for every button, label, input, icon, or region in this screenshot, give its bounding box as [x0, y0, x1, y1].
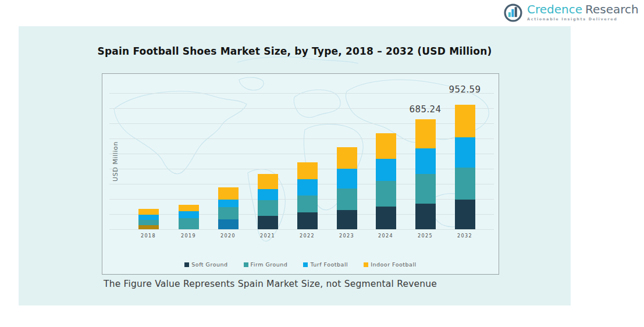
legend-label: Indoor Football [371, 261, 417, 268]
bar-2024-segment-soft-ground [376, 207, 396, 229]
bar-2032-segment-indoor-football [455, 105, 475, 137]
bar-2023-segment-indoor-football [337, 147, 357, 169]
legend: Soft GroundFirm GroundTurf FootballIndoo… [102, 261, 499, 268]
x-axis-label-2025: 2025 [408, 233, 443, 239]
legend-item-soft-ground: Soft Ground [184, 261, 227, 268]
legend-swatch-icon [364, 262, 368, 267]
bar-2018-segment-firm-ground [138, 220, 159, 225]
legend-item-turf-football: Turf Football [303, 261, 348, 268]
data-label-2025: 685.24 [399, 104, 451, 115]
x-axis-label-2024: 2024 [368, 233, 403, 239]
bar-2020-segment-indoor-football [218, 187, 239, 200]
chart-card: Spain Football Shoes Market Size, by Typ… [19, 26, 571, 305]
gridline [109, 93, 494, 94]
bar-2022-segment-indoor-football [297, 162, 318, 179]
bar-2032-segment-soft-ground [455, 200, 475, 229]
page: Credence Research Actionable Insights De… [0, 0, 644, 327]
gridline [109, 154, 494, 154]
bar-2022 [297, 162, 318, 229]
brand-name-primary: Credence [527, 2, 582, 16]
gridline [109, 138, 494, 139]
bar-2018 [138, 209, 159, 229]
gridline [109, 123, 494, 124]
bar-2024-segment-turf-football [376, 159, 396, 181]
x-axis-label-2018: 2018 [131, 233, 166, 239]
legend-label: Soft Ground [191, 261, 227, 268]
bar-2021-segment-indoor-football [258, 174, 278, 189]
x-axis-label-2032: 2032 [447, 233, 482, 239]
brand-text: Credence Research Actionable Insights De… [527, 2, 639, 22]
data-label-2032: 952.59 [439, 84, 491, 95]
bar-2024 [376, 133, 396, 229]
bar-2018-segment-indoor-football [138, 209, 159, 215]
bar-2025-segment-soft-ground [415, 204, 436, 229]
bar-2025 [415, 119, 436, 229]
x-axis-label-2022: 2022 [290, 233, 325, 239]
chart-footnote: The Figure Value Represents Spain Market… [104, 279, 437, 289]
bar-2021-segment-turf-football [258, 189, 278, 200]
x-axis-label-2019: 2019 [171, 233, 206, 239]
bar-2024-segment-indoor-football [376, 133, 396, 159]
bar-2022-segment-firm-ground [297, 196, 318, 212]
bar-2018-segment-soft-ground [138, 225, 159, 229]
bar-2022-segment-turf-football [297, 179, 318, 196]
plot-area: USD Million Soft GroundFirm GroundTurf F… [102, 73, 499, 275]
bar-2019-segment-turf-football [179, 211, 199, 218]
bar-2025-segment-firm-ground [415, 174, 436, 204]
bar-2032 [455, 105, 475, 229]
x-axis-label-2023: 2023 [329, 233, 364, 239]
bar-2020-segment-firm-ground [218, 207, 239, 219]
gridline [109, 229, 494, 230]
bar-2024-segment-firm-ground [376, 181, 396, 207]
bar-2032-segment-firm-ground [455, 168, 475, 200]
legend-label: Firm Ground [251, 261, 288, 268]
x-axis-label-2021: 2021 [250, 233, 285, 239]
bar-2020 [218, 187, 239, 229]
bar-2023-segment-soft-ground [337, 210, 357, 229]
bar-2032-segment-turf-football [455, 137, 475, 168]
bar-2025-segment-indoor-football [415, 119, 436, 148]
x-axis-label-2020: 2020 [211, 233, 245, 239]
bar-2023-segment-turf-football [337, 169, 357, 189]
bar-2019-segment-indoor-football [179, 205, 199, 211]
legend-swatch-icon [184, 262, 189, 267]
bar-2018-segment-turf-football [138, 215, 159, 220]
bar-2020-segment-turf-football [218, 200, 239, 207]
bar-2020-segment-soft-ground [218, 219, 239, 229]
legend-label: Turf Football [310, 261, 348, 268]
bar-2023-segment-firm-ground [337, 189, 357, 210]
brand-logo: Credence Research Actionable Insights De… [503, 2, 619, 23]
y-axis-label: USD Million [112, 127, 119, 197]
legend-swatch-icon [303, 262, 308, 267]
bar-2025-segment-turf-football [415, 148, 436, 174]
brand-tagline: Actionable Insights Delivered [527, 17, 639, 22]
bar-2019 [179, 205, 199, 229]
legend-item-indoor-football: Indoor Football [364, 261, 417, 268]
bar-2021-segment-soft-ground [258, 216, 278, 229]
legend-item-firm-ground: Firm Ground [244, 261, 288, 268]
bar-2021 [258, 174, 278, 229]
bar-2022-segment-soft-ground [297, 212, 318, 229]
bar-2019-segment-firm-ground [179, 218, 199, 229]
brand-name-secondary: Research [585, 2, 639, 16]
chart-title: Spain Football Shoes Market Size, by Typ… [19, 45, 571, 57]
legend-swatch-icon [244, 262, 248, 267]
bar-chart-circle-icon [503, 2, 524, 23]
bar-2021-segment-firm-ground [258, 200, 278, 216]
bar-2023 [337, 147, 357, 229]
